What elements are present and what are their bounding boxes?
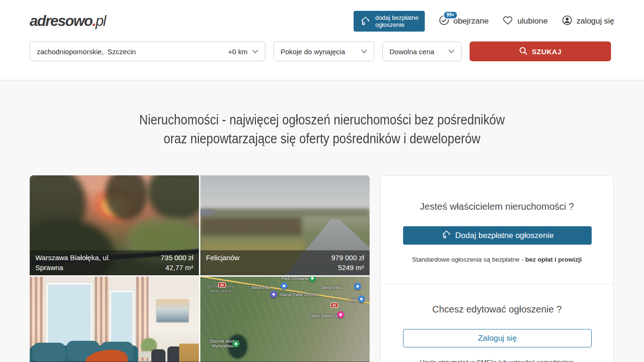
search-bar: zachodniopomorskie, Szczecin +0 km Pokoj… [30,41,614,61]
apartment-interior-photo [30,277,199,362]
listing-location-2: Sprawna [35,263,110,272]
location-value: zachodniopomorskie, Szczecin [37,48,136,56]
viewed-label: obejrzane [454,16,489,26]
price-select[interactable]: Dowolna cena [382,41,462,61]
listing-area: 5249 m² [331,263,364,272]
listing-price: 735 000 zł [161,253,193,263]
listing-location: Warszawa Białołęka, ul. [35,253,110,263]
listing-card-1[interactable]: Warszawa Białołęka, ul. Sprawna 735 000 … [30,175,199,275]
edit-section-note: Hasło otrzymałeś w SMS'ie lub ustawiłeś … [403,359,591,362]
satellite-map-photo: STOBIECKO MIEJSKIE 42 42 Biedronka Park … [200,277,370,362]
add-listing-header-button[interactable]: dodaj bezpłatne ogłoszenie [354,11,425,32]
map-poi-label: Biedronka [251,285,271,290]
map-pin-blue [354,283,361,290]
category-select[interactable]: Pokoje do wynajęcia [273,41,374,61]
owner-section-note: Standardowe ogłoszenia są bezpłatne - be… [403,256,591,263]
sidebar-login-label: Zaloguj się [478,334,517,343]
chevron-down-icon [361,49,367,54]
logo-tld: pl [96,13,106,29]
category-value: Pokoje do wynajęcia [281,48,345,56]
map-poi-label: Park Glimianki [281,277,309,281]
favorites-nav-item[interactable]: ulubione [503,16,547,27]
map-pin-indigo [270,291,277,298]
edit-section-title: Chcesz edytować ogłoszenie ? [403,304,591,315]
listing-location: Felicjanów [206,253,239,263]
login-label: zaloguj się [577,16,614,26]
featured-listings-grid: Warszawa Białołęka, ul. Sprawna 735 000 … [30,175,370,362]
add-listing-label: dodaj bezpłatne ogłoszenie [375,14,419,28]
logo-text: adresowo [30,0,92,29]
radius-select[interactable]: +0 km [228,48,258,56]
magnifier-icon [519,47,528,57]
location-input[interactable]: zachodniopomorskie, Szczecin +0 km [30,41,265,61]
listing-area: 42,77 m² [161,263,193,272]
search-submit-button[interactable]: SZUKAJ [470,41,611,61]
site-logo[interactable]: adresowo.pl [30,13,106,30]
house-plus-icon [441,229,452,242]
map-poi-label: Stacja Paliw ORLEN [280,292,319,297]
map-poi-label: Lidl [350,298,357,303]
listing-card-3[interactable]: Władysławowo, ul. 514 000 zł [30,277,199,362]
map-poi-label: Hotel Zameczek [310,313,340,318]
site-header: adresowo.pl dodaj bezpłatne ogłosz [0,0,644,80]
road-number-badge: 42 [218,282,226,288]
radius-value: +0 km [228,48,248,56]
listing-overlay: Warszawa Białołęka, ul. Sprawna 735 000 … [30,250,199,275]
listing-card-2[interactable]: Felicjanów 979 000 zł 5249 m² [200,175,370,275]
price-value: Dowolna cena [389,48,434,56]
edit-section: Chcesz edytować ogłoszenie ? Zaloguj się… [380,284,613,362]
login-nav-item[interactable]: zaloguj się [562,15,614,28]
owner-section: Jesteś właścicielem nieruchomości ? Doda… [380,176,613,284]
owner-sidebar: Jesteś właścicielem nieruchomości ? Doda… [380,175,614,362]
listing-overlay: Felicjanów 979 000 zł 5249 m² [200,250,370,275]
listing-price: 979 000 zł [331,253,364,263]
listing-card-4[interactable]: STOBIECKO MIEJSKIE 42 42 Biedronka Park … [200,277,370,362]
map-pin-green [232,340,239,347]
house-plus-icon [360,15,371,28]
viewed-count-badge: 99+ [443,11,458,19]
favorites-label: ulubione [517,16,547,26]
chevron-down-icon [252,49,258,54]
owner-section-title: Jesteś właścicielem nieruchomości ? [403,201,591,212]
map-pin-pink [337,311,344,318]
heart-icon [503,16,513,27]
map-pin-green [309,277,316,282]
page-title: Nieruchomości - najwięcej ogłoszeń nieru… [74,110,570,148]
add-free-listing-button[interactable]: Dodaj bezpłatne ogłoszenie [403,226,592,245]
chevron-down-icon [448,49,454,54]
search-submit-label: SZUKAJ [532,48,561,56]
viewed-nav-item[interactable]: 99+ obejrzane [439,15,489,28]
map-poi-label: Biedronka [322,285,341,290]
map-pin-blue [358,296,365,303]
add-free-listing-label: Dodaj bezpłatne ogłoszenie [455,231,554,240]
map-pin-blue [281,282,288,289]
sidebar-login-button[interactable]: Zaloguj się [403,329,592,347]
road-number-badge: 42 [330,303,338,308]
user-circle-icon [562,15,572,28]
logo-dot: . [92,13,96,29]
